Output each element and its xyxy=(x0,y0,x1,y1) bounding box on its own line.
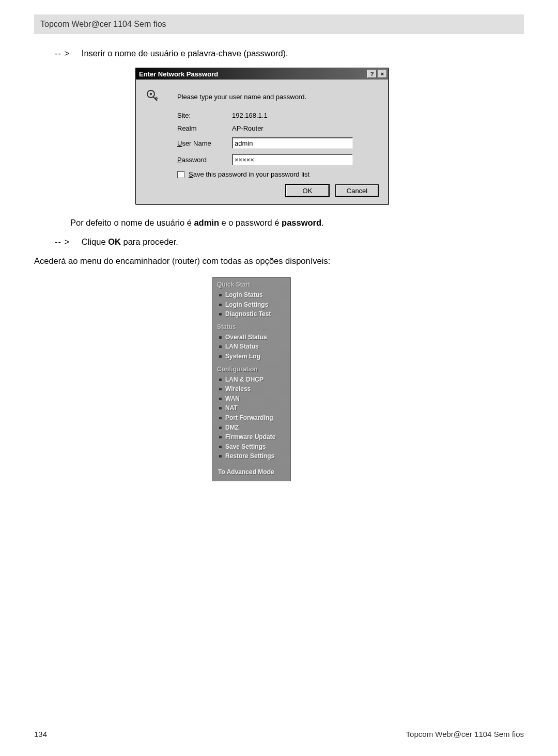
dialog-titlebar: Enter Network Password ? × xyxy=(136,68,388,80)
site-value: 192.168.1.1 xyxy=(232,112,268,119)
cancel-button[interactable]: Cancel xyxy=(335,184,379,197)
svg-point-1 xyxy=(150,93,152,95)
menu-item-dmz[interactable]: DMZ xyxy=(218,423,287,433)
key-icon xyxy=(144,89,162,104)
access-text: Acederá ao menu do encaminhador (router)… xyxy=(34,256,524,266)
menu-item-overall-status[interactable]: Overall Status xyxy=(218,333,287,342)
menu-item-wireless[interactable]: Wireless xyxy=(218,384,287,394)
instruction-line-2: -- > Clique OK para proceder. xyxy=(55,237,524,247)
page-header: Topcom Webr@cer 1104 Sem fios xyxy=(34,14,524,34)
help-icon[interactable]: ? xyxy=(367,70,377,78)
menu-item-login-status[interactable]: Login Status xyxy=(218,290,287,300)
menu-item-system-log[interactable]: System Log xyxy=(218,352,287,361)
password-label: Password xyxy=(177,156,232,164)
menu-section-configuration: Configuration xyxy=(217,366,287,373)
site-label: Site: xyxy=(177,112,232,119)
dialog-title: Enter Network Password xyxy=(139,70,366,78)
save-password-checkbox[interactable] xyxy=(177,171,184,178)
instruction-line-1: -- > Inserir o nome de usuário e palavra… xyxy=(55,49,524,58)
arrow-1: -- > xyxy=(55,49,70,58)
menu-section-status: Status xyxy=(217,323,287,330)
menu-item-lan-status[interactable]: LAN Status xyxy=(218,342,287,352)
menu-section-quick-start: Quick Start xyxy=(217,281,287,288)
username-input[interactable] xyxy=(232,137,353,149)
menu-item-diagnostic-test[interactable]: Diagnostic Test xyxy=(218,309,287,319)
menu-item-login-settings[interactable]: Login Settings xyxy=(218,300,287,310)
network-password-dialog: Enter Network Password ? × Please type y… xyxy=(135,68,389,204)
menu-item-firmware-update[interactable]: Firmware Update xyxy=(218,432,287,442)
instruction-text-1: Inserir o nome de usuário e palavra-chav… xyxy=(82,49,288,58)
close-icon[interactable]: × xyxy=(378,70,387,78)
password-input[interactable] xyxy=(232,154,353,165)
page-number: 134 xyxy=(34,730,47,738)
page-footer: 134 Topcom Webr@cer 1104 Sem fios xyxy=(34,730,524,738)
default-credentials-text: Por defeito o nome de usuário é admin e … xyxy=(70,218,524,228)
menu-item-advanced-mode[interactable]: To Advanced Mode xyxy=(218,468,287,476)
save-password-label: Save this password in your password list xyxy=(189,170,309,178)
username-label: User Name xyxy=(177,139,232,147)
router-menu: Quick Start Login Status Login Settings … xyxy=(212,277,291,481)
menu-item-port-forwarding[interactable]: Port Forwarding xyxy=(218,413,287,423)
menu-item-lan-dhcp[interactable]: LAN & DHCP xyxy=(218,375,287,385)
arrow-2: -- > xyxy=(55,237,70,246)
realm-label: Realm xyxy=(177,124,232,132)
ok-button[interactable]: OK xyxy=(286,184,329,197)
menu-item-nat[interactable]: NAT xyxy=(218,403,287,413)
dialog-prompt: Please type your user name and password. xyxy=(162,93,380,101)
realm-value: AP-Router xyxy=(232,124,264,132)
menu-item-save-settings[interactable]: Save Settings xyxy=(218,442,287,452)
footer-brand: Topcom Webr@cer 1104 Sem fios xyxy=(406,730,524,738)
menu-item-restore-settings[interactable]: Restore Settings xyxy=(218,451,287,461)
menu-item-wan[interactable]: WAN xyxy=(218,394,287,404)
